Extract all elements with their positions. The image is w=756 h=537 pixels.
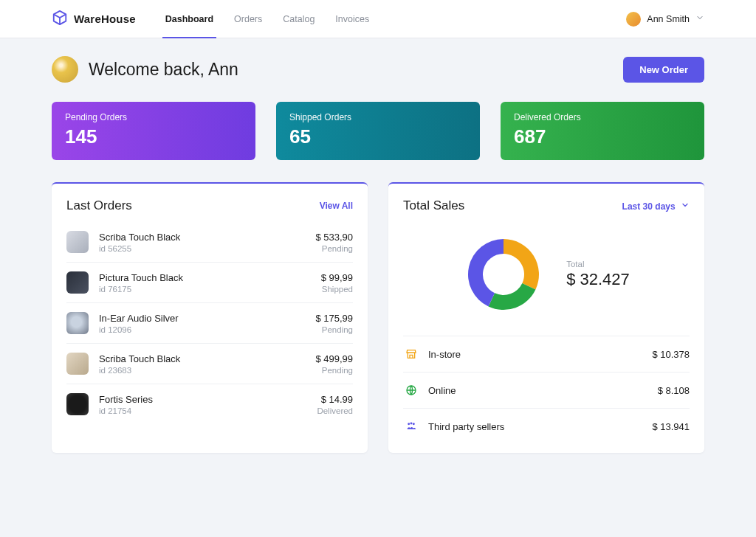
sales-breakdown: In-store $ 10.378 Online $ 8.108 xyxy=(403,336,690,444)
people-icon xyxy=(403,420,419,432)
sales-line-amount: $ 10.378 xyxy=(652,349,690,360)
sales-line-label: Online xyxy=(428,385,658,396)
sales-line-amount: $ 13.941 xyxy=(652,421,690,432)
order-id: id 23683 xyxy=(99,366,315,375)
globe-icon xyxy=(403,384,419,396)
panel-total-sales: Total Sales Last 30 days Total $ 32.427 xyxy=(388,182,704,453)
range-selector[interactable]: Last 30 days xyxy=(622,201,690,212)
stat-value: 687 xyxy=(514,125,691,148)
sales-line-label: Third party sellers xyxy=(428,421,652,432)
panel-last-orders: Last Orders View All Scriba Touch Black … xyxy=(52,182,368,453)
product-thumb xyxy=(66,231,89,253)
svg-point-2 xyxy=(410,423,413,425)
sales-line-label: In-store xyxy=(428,349,652,360)
brand-logo[interactable]: WareHouse xyxy=(52,10,136,29)
welcome-row: Welcome back, Ann New Order xyxy=(52,56,704,83)
order-price: $ 533,90 xyxy=(315,232,353,243)
order-id: id 56255 xyxy=(99,244,315,253)
order-price: $ 175,99 xyxy=(315,313,353,324)
order-row[interactable]: Pictura Touch Black id 76175 $ 99,99 Shi… xyxy=(66,262,353,302)
stat-card-delivered[interactable]: Delivered Orders 687 xyxy=(501,102,704,160)
user-menu[interactable]: Ann Smith xyxy=(626,12,704,27)
sales-line-online: Online $ 8.108 xyxy=(403,372,690,408)
order-row[interactable]: In-Ear Audio Silver id 12096 $ 175,99 Pe… xyxy=(66,302,353,343)
welcome-text: Welcome back, Ann xyxy=(89,60,238,80)
product-thumb xyxy=(66,312,89,334)
order-name: Scriba Touch Black xyxy=(99,353,315,364)
stat-label: Pending Orders xyxy=(65,112,242,122)
stat-value: 65 xyxy=(289,125,467,148)
avatar xyxy=(52,56,78,83)
sales-line-instore: In-store $ 10.378 xyxy=(403,336,690,372)
chevron-down-icon xyxy=(695,13,704,24)
total-value: $ 32.427 xyxy=(566,270,630,289)
primary-nav: Dashboard Orders Catalog Invoices xyxy=(165,0,369,38)
view-all-link[interactable]: View All xyxy=(320,201,353,211)
order-id: id 76175 xyxy=(99,285,321,294)
order-price: $ 499,99 xyxy=(315,353,353,364)
logo-icon xyxy=(52,10,68,29)
order-id: id 12096 xyxy=(99,325,315,334)
sales-line-third-party: Third party sellers $ 13.941 xyxy=(403,408,690,444)
stat-value: 145 xyxy=(65,125,242,148)
nav-catalog[interactable]: Catalog xyxy=(283,0,315,38)
order-status: Shipped xyxy=(321,285,353,294)
svg-point-1 xyxy=(408,423,410,425)
order-row[interactable]: Scriba Touch Black id 23683 $ 499,99 Pen… xyxy=(66,343,353,384)
order-name: Scriba Touch Black xyxy=(99,232,315,243)
svg-point-3 xyxy=(413,423,415,425)
nav-orders[interactable]: Orders xyxy=(234,0,262,38)
user-name: Ann Smith xyxy=(647,14,690,24)
sales-line-amount: $ 8.108 xyxy=(658,385,690,396)
avatar xyxy=(626,12,641,27)
stats-row: Pending Orders 145 Shipped Orders 65 Del… xyxy=(52,102,704,160)
order-price: $ 14.99 xyxy=(317,394,353,405)
sales-donut-chart xyxy=(463,234,544,315)
order-row[interactable]: Fortis Series id 21754 $ 14.99 Delivered xyxy=(66,384,353,424)
order-status: Pending xyxy=(315,366,353,375)
order-price: $ 99,99 xyxy=(321,272,353,283)
stat-card-shipped[interactable]: Shipped Orders 65 xyxy=(276,102,480,160)
brand-name: WareHouse xyxy=(74,13,136,25)
orders-list: Scriba Touch Black id 56255 $ 533,90 Pen… xyxy=(66,226,353,424)
order-id: id 21754 xyxy=(99,406,317,415)
nav-invoices[interactable]: Invoices xyxy=(335,0,369,38)
order-status: Pending xyxy=(315,244,353,253)
stat-label: Delivered Orders xyxy=(514,112,691,122)
nav-dashboard[interactable]: Dashboard xyxy=(165,0,213,38)
new-order-button[interactable]: New Order xyxy=(623,57,704,83)
chevron-down-icon xyxy=(681,201,690,212)
product-thumb xyxy=(66,393,89,415)
range-label: Last 30 days xyxy=(622,201,676,212)
order-row[interactable]: Scriba Touch Black id 56255 $ 533,90 Pen… xyxy=(66,226,353,262)
store-icon xyxy=(403,348,419,360)
order-status: Pending xyxy=(315,325,353,334)
order-name: In-Ear Audio Silver xyxy=(99,313,315,324)
total-label: Total xyxy=(566,260,630,268)
panel-title: Total Sales xyxy=(403,198,464,213)
stat-card-pending[interactable]: Pending Orders 145 xyxy=(52,102,255,160)
order-name: Pictura Touch Black xyxy=(99,272,321,283)
stat-label: Shipped Orders xyxy=(289,112,467,122)
top-nav: WareHouse Dashboard Orders Catalog Invoi… xyxy=(0,0,756,38)
product-thumb xyxy=(66,271,89,294)
order-status: Delivered xyxy=(317,406,353,415)
product-thumb xyxy=(66,353,89,375)
panel-title: Last Orders xyxy=(66,198,132,213)
order-name: Fortis Series xyxy=(99,394,317,405)
